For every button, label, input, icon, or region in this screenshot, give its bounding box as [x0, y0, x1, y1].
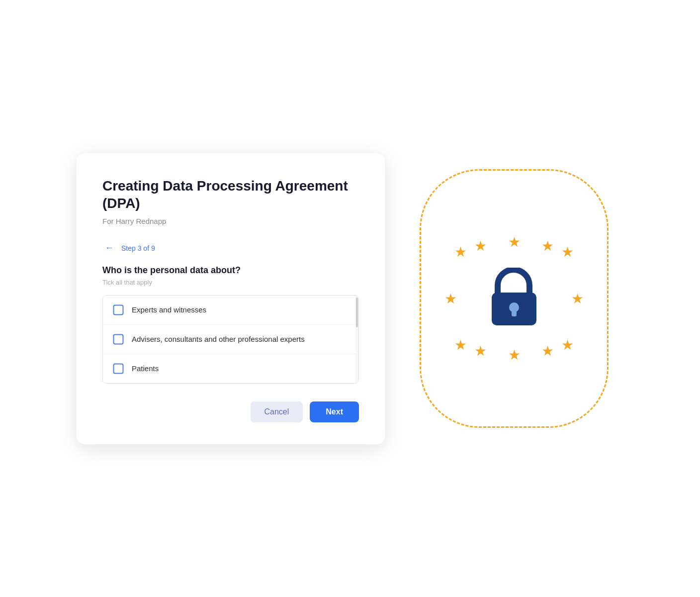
- dialog-title: Creating Data Processing Agreement (DPA): [102, 177, 359, 212]
- option-text-experts: Experts and witnesses: [132, 304, 206, 315]
- svg-rect-3: [114, 305, 123, 314]
- step-label: Step 3 of 9: [121, 244, 155, 252]
- star-icon: ★: [541, 343, 554, 359]
- checkbox-experts[interactable]: [113, 304, 124, 315]
- star-icon: ★: [474, 238, 487, 254]
- svg-rect-2: [512, 309, 517, 316]
- checkbox-advisers[interactable]: [113, 334, 124, 345]
- star-icon: ★: [454, 337, 467, 353]
- option-patients[interactable]: Patients: [103, 354, 358, 383]
- star-icon: ★: [508, 234, 521, 250]
- star-icon: ★: [454, 244, 467, 260]
- question-hint: Tick all that apply: [102, 279, 359, 286]
- star-icon: ★: [541, 238, 554, 254]
- question-title: Who is the personal data about?: [102, 265, 359, 276]
- star-icon: ★: [474, 343, 487, 359]
- star-icon: ★: [508, 347, 521, 363]
- step-navigation: ← Step 3 of 9: [102, 241, 359, 255]
- dialog-subtitle: For Harry Rednapp: [102, 217, 359, 225]
- dialog-card: Creating Data Processing Agreement (DPA)…: [77, 153, 385, 444]
- checkbox-patients[interactable]: [113, 363, 124, 374]
- svg-rect-4: [114, 334, 123, 344]
- option-experts-witnesses[interactable]: Experts and witnesses: [103, 296, 358, 325]
- scrollbar-thumb: [356, 298, 358, 327]
- option-text-advisers: Advisers, consultants and other professi…: [132, 334, 305, 344]
- option-text-patients: Patients: [132, 363, 159, 374]
- svg-rect-5: [114, 364, 123, 373]
- lock-icon: [487, 268, 541, 329]
- options-list: Experts and witnesses Advisers, consulta…: [102, 295, 359, 384]
- lock-illustration: ★ ★ ★ ★ ★ ★ ★ ★ ★ ★ ★ ★: [430, 189, 599, 408]
- next-button[interactable]: Next: [310, 401, 359, 422]
- star-icon: ★: [444, 291, 457, 307]
- cancel-button[interactable]: Cancel: [251, 401, 303, 422]
- star-icon: ★: [571, 291, 584, 307]
- option-advisers[interactable]: Advisers, consultants and other professi…: [103, 325, 358, 354]
- star-icon: ★: [561, 337, 574, 353]
- star-icon: ★: [561, 244, 574, 260]
- back-button[interactable]: ←: [102, 241, 116, 255]
- button-row: Cancel Next: [102, 401, 359, 422]
